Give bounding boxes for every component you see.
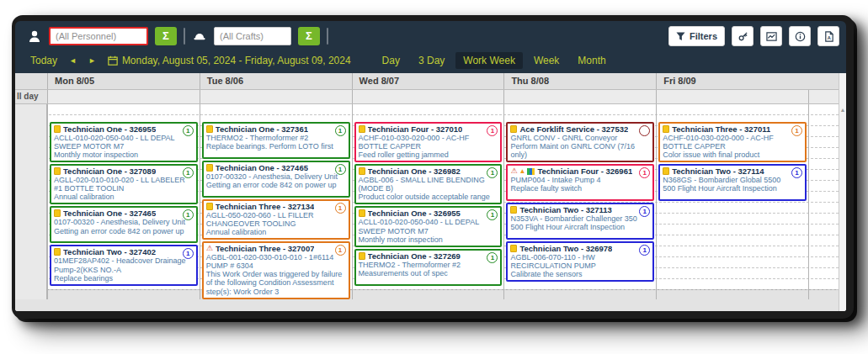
count-badge: 1 [335, 125, 346, 136]
card-desc: Perform Maint on GNRL CONV (7/16 only) [510, 142, 649, 159]
assignment-icon [510, 245, 517, 252]
day-column: Technician Three - 327011 1 ACHF-010-030… [656, 104, 808, 299]
gutter-column [15, 104, 47, 299]
assignment-icon [510, 125, 517, 133]
today-button[interactable]: Today [30, 55, 57, 66]
crafts-sum-button[interactable]: Σ [298, 27, 320, 45]
assignment-icon [54, 209, 61, 217]
card-asset: 0107-00320 - Anesthesia, Delivery Unit [206, 172, 345, 181]
view-button-3-day[interactable]: 3 Day [411, 52, 452, 69]
card-asset: ACLL-010-020-050-040 - LL DEPAL SWEEP MO… [54, 134, 193, 151]
card-title: Technician One - 327465 [63, 209, 156, 218]
day-header: Tue 8/06 [200, 73, 352, 89]
key-button[interactable] [732, 26, 754, 46]
card-desc: Measurements out of spec [359, 269, 498, 277]
mini-chart-icon [527, 168, 535, 175]
calendar: Mon 8/05Tue 8/06Wed 8/07Thu 8/08Fri 8/09… [15, 73, 846, 311]
card-asset: AGBL-006-070-110 - HW RECIRCULATION PUMP [510, 253, 649, 270]
count-badge: 1 [791, 125, 802, 136]
count-badge: 1 [335, 164, 346, 175]
day-column: Technician One - 326955 1 ACLL-010-020-0… [47, 104, 200, 299]
assignment-icon [663, 167, 669, 175]
work-order-card[interactable]: Technician Two - 327113 1 N353VA - Bomba… [506, 203, 654, 240]
next-arrow[interactable]: ► [88, 56, 96, 65]
work-order-card[interactable]: Technician One - 327465 1 0107-00320 - A… [202, 161, 350, 198]
card-asset: AGLL-050-020-060 - LL FILLER CHANGEOVER … [206, 211, 345, 228]
work-order-card[interactable]: Ace Forklift Service - 327532 GNRL CONV … [506, 122, 654, 162]
work-order-card[interactable]: Technician Two - 327402 1 01MEF28AP402 -… [50, 245, 198, 285]
view-button-day[interactable]: Day [375, 52, 407, 69]
work-order-card[interactable]: Technician Two - 327114 1 N368GS - Bomba… [658, 164, 807, 201]
work-order-card[interactable]: Technician Two - 326978 1 AGBL-006-070-1… [506, 241, 654, 282]
work-order-card[interactable]: Technician One - 326955 1 ACLL-010-020-0… [50, 122, 198, 162]
app-window: Σ Σ Filters A [12, 15, 854, 319]
day-header-row: Mon 8/05Tue 8/06Wed 8/07Thu 8/08Fri 8/09 [15, 73, 839, 90]
card-asset: THERMO2 - Thermoformer #2 [206, 134, 345, 142]
work-order-card[interactable]: Technician Four - 327010 1 ACHF-010-030-… [354, 122, 503, 162]
date-navigation-bar: Today ◄ ► Monday, August 05, 2024 - Frid… [15, 51, 846, 73]
day-header: Wed 8/07 [352, 73, 504, 89]
work-order-card[interactable]: Technician Three - 327011 1 ACHF-010-030… [658, 122, 807, 162]
info-button[interactable] [789, 26, 811, 46]
card-desc: Annual calibration [54, 193, 193, 201]
body-right-strip [808, 104, 839, 299]
work-order-card[interactable]: Technician One - 326955 1 ACLL-010-020-0… [354, 206, 503, 246]
card-asset: AGBL-001-020-030-010-010 - 1#6114 PUMP #… [206, 253, 345, 270]
info-icon [795, 31, 806, 42]
card-desc: Color issue with final product [663, 151, 801, 159]
view-button-month[interactable]: Month [570, 52, 613, 69]
work-order-card[interactable]: Technician One - 327465 1 0107-00320 - A… [50, 206, 198, 243]
count-badge: 1 [335, 245, 346, 256]
view-button-week[interactable]: Week [526, 52, 567, 69]
card-asset: GNRL CONV - GNRL Conveyor [510, 134, 649, 142]
card-title: Technician One - 327089 [63, 166, 156, 176]
date-range-label: Monday, August 05, 2024 - Friday, August… [122, 55, 351, 66]
chart-button[interactable] [760, 26, 782, 46]
card-asset: ACLL-010-020-050-040 - LL DEPAL SWEEP MO… [359, 218, 498, 235]
view-button-work-week[interactable]: Work Week [455, 52, 523, 69]
work-order-card[interactable]: Technician One - 326982 1 AGBL-006 - SMA… [354, 164, 503, 204]
scheduler-app: Σ Σ Filters A [15, 21, 846, 311]
all-day-cell [656, 90, 808, 103]
card-asset: 0107-00320 - Anesthesia, Delivery Unit [54, 218, 193, 226]
toolbar-divider [327, 28, 328, 45]
personnel-filter-input[interactable] [49, 27, 148, 45]
all-day-cell [200, 90, 352, 103]
all-day-row: ll day [15, 90, 839, 104]
crafts-filter-input[interactable] [214, 27, 291, 45]
card-title: Technician One - 326955 [368, 209, 461, 218]
card-desc: Calibrate the sensors [510, 270, 649, 278]
hard-hat-icon [192, 29, 207, 44]
card-desc: Feed roller getting jammed [359, 151, 498, 159]
work-order-card[interactable]: Technician Three - 327134 1 AGLL-050-020… [202, 199, 350, 240]
work-order-card[interactable]: ⚠▲ Technician Four - 326961 1 PUMP004 - … [506, 164, 654, 201]
card-title: Technician Three - 327007 [216, 244, 315, 253]
count-badge: 1 [183, 125, 194, 136]
count-badge: 1 [335, 203, 346, 214]
assignment-icon [54, 125, 61, 133]
card-title: Technician Two - 326978 [519, 244, 612, 253]
card-title: Technician Two - 327114 [672, 166, 764, 176]
person-icon [27, 29, 42, 44]
all-day-cell [47, 90, 200, 103]
card-title: Technician One - 327361 [216, 124, 308, 134]
card-title: Technician Two - 327402 [63, 247, 156, 256]
card-asset: N368GS - Bombardier Global 5500 [663, 176, 801, 184]
filters-button[interactable]: Filters [668, 26, 725, 46]
work-order-card[interactable]: Technician One - 327361 1 THERMO2 - Ther… [202, 122, 350, 159]
card-desc: Replace bearings. Perform LOTO first [206, 142, 345, 151]
card-asset: AGLL-020-010-010-020 - LL LABELER #1 BOT… [54, 176, 193, 193]
card-asset: AGBL-006 - SMALL LINE BLENDING (MODE B) [359, 176, 498, 193]
chart-icon [766, 31, 777, 42]
document-button[interactable]: A [817, 26, 839, 46]
assignment-icon [359, 125, 365, 133]
prev-arrow[interactable]: ◄ [69, 56, 77, 65]
assignment-icon [54, 167, 61, 175]
work-order-card[interactable]: Technician One - 327089 1 AGLL-020-010-0… [50, 164, 198, 204]
work-order-card[interactable]: ⚠ Technician Three - 327007 1 AGBL-001-0… [202, 241, 350, 299]
personnel-sum-button[interactable]: Σ [155, 27, 177, 45]
work-order-card[interactable]: Technician One - 327269 1 THERMO2 - Ther… [354, 249, 503, 286]
card-desc: Getting an error code 842 on power up [206, 181, 345, 189]
card-desc: Replace faulty switch [510, 184, 649, 193]
vertical-scrollbar[interactable]: ▲ [839, 73, 846, 311]
